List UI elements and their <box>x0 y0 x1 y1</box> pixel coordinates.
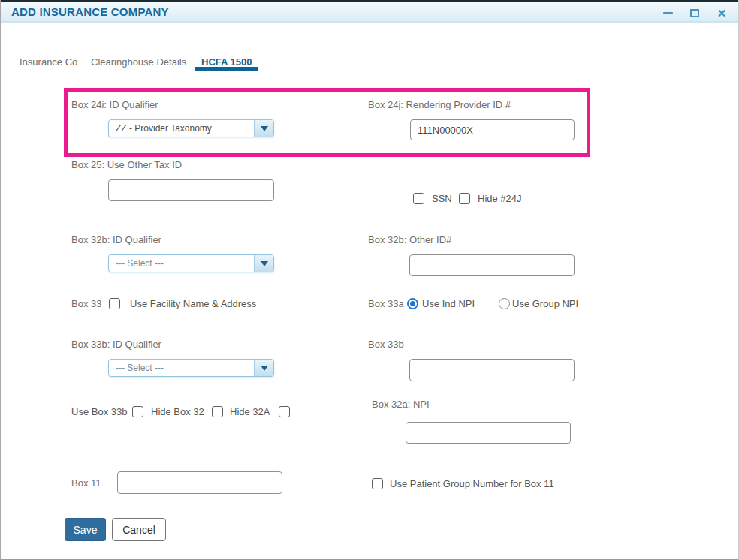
ssn-checkbox[interactable] <box>413 193 424 204</box>
close-icon[interactable]: ✕ <box>716 7 728 19</box>
tab-insurance-co[interactable]: Insurance Co <box>20 56 77 68</box>
box32a-label: Box 32a: NPI <box>372 399 430 410</box>
titlebar: ADD INSURANCE COMPANY ✕ <box>1 0 738 23</box>
box33a-label: Box 33a <box>368 298 404 309</box>
minimize-icon[interactable] <box>662 7 674 19</box>
box24j-label: Box 24j: Rendering Provider ID # <box>368 99 511 110</box>
use-box33b-checkbox[interactable] <box>132 406 143 417</box>
hide-24j-label: Hide #24J <box>478 193 522 204</box>
box33b-qualifier-label: Box 33b: ID Qualifier <box>71 339 161 350</box>
save-button[interactable]: Save <box>65 518 106 541</box>
hide-32a-label: Hide 32A <box>230 406 270 417</box>
use-box33b-label: Use Box 33b <box>71 406 127 417</box>
window-controls: ✕ <box>662 2 728 23</box>
box24j-rendering-provider-id-input[interactable] <box>410 119 575 140</box>
chevron-down-icon <box>261 126 268 131</box>
chevron-down-icon <box>261 366 268 371</box>
box24i-label: Box 24i: ID Qualifier <box>71 99 158 110</box>
box32b-qualifier-select[interactable]: --- Select --- <box>108 254 274 272</box>
maximize-icon[interactable] <box>689 7 701 19</box>
dialog-title: ADD INSURANCE COMPANY <box>11 5 169 18</box>
hide-32a-checkbox[interactable] <box>279 406 290 417</box>
box24i-qualifier-select[interactable]: ZZ - Provider Taxonomy <box>108 119 274 137</box>
box32a-npi-input[interactable] <box>406 422 571 444</box>
tab-hcfa-1500[interactable]: HCFA 1500 <box>201 56 252 68</box>
tab-strip: Insurance Co Clearinghouse Details HCFA … <box>16 56 723 74</box>
box33b-qualifier-selected-value: --- Select --- <box>109 363 254 373</box>
add-insurance-company-dialog: ADD INSURANCE COMPANY ✕ Insurance Co Cle… <box>0 0 739 560</box>
box33b-label: Box 33b <box>368 339 404 350</box>
use-ind-npi-label: Use Ind NPI <box>422 298 475 309</box>
box32b-qualifier-dropdown-button[interactable] <box>254 255 273 272</box>
box32b-other-label: Box 32b: Other ID# <box>368 234 451 245</box>
box33-label: Box 33 <box>71 298 101 309</box>
hide-box32-checkbox[interactable] <box>212 406 223 417</box>
box25-label: Box 25: Use Other Tax ID <box>71 159 182 170</box>
box25-other-tax-id-input[interactable] <box>108 179 274 201</box>
minimize-bar <box>663 12 673 14</box>
box33-use-facility-label: Use Facility Name & Address <box>130 298 256 309</box>
box33b-input[interactable] <box>409 359 575 381</box>
chevron-down-icon <box>261 261 268 266</box>
ssn-label: SSN <box>432 193 452 204</box>
box33-use-facility-checkbox[interactable] <box>109 298 120 309</box>
box32b-other-id-input[interactable] <box>409 254 575 276</box>
radio-dot <box>410 301 415 306</box>
box32b-qualifier-selected-value: --- Select --- <box>109 258 254 269</box>
box33b-qualifier-select[interactable]: --- Select --- <box>108 359 274 377</box>
tab-clearinghouse-details[interactable]: Clearinghouse Details <box>91 56 186 68</box>
box11-label: Box 11 <box>71 477 101 489</box>
maximize-square <box>690 9 699 17</box>
use-group-npi-label: Use Group NPI <box>512 298 578 309</box>
hide-24j-checkbox[interactable] <box>459 193 470 204</box>
hide-box32-label: Hide Box 32 <box>151 406 204 417</box>
use-patient-group-label: Use Patient Group Number for Box 11 <box>390 478 554 489</box>
box11-input[interactable] <box>117 471 282 494</box>
use-ind-npi-radio[interactable] <box>407 298 418 309</box>
box24i-selected-value: ZZ - Provider Taxonomy <box>109 123 254 134</box>
box33b-qualifier-dropdown-button[interactable] <box>254 360 273 376</box>
use-patient-group-checkbox[interactable] <box>372 478 383 489</box>
cancel-button[interactable]: Cancel <box>112 518 166 541</box>
box24i-dropdown-button[interactable] <box>254 120 273 137</box>
use-group-npi-radio[interactable] <box>499 298 510 309</box>
box32b-qualifier-label: Box 32b: ID Qualifier <box>71 234 161 245</box>
